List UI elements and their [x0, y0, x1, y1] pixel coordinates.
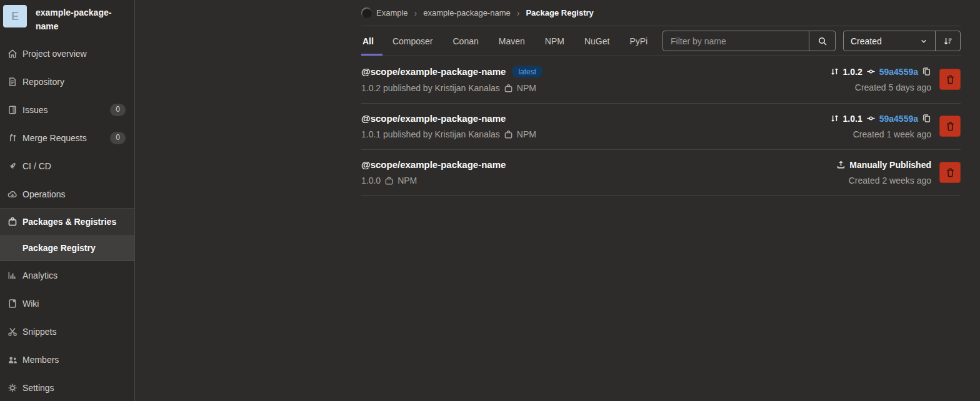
trash-icon [945, 121, 956, 132]
filter-by-name-input[interactable] [663, 31, 809, 51]
members-icon [8, 355, 18, 365]
package-type-label: NPM [517, 83, 536, 93]
sort-by-dropdown[interactable]: Created [844, 31, 935, 51]
sort-direction-button[interactable] [935, 31, 960, 51]
filter-input-group [662, 31, 836, 51]
package-icon [8, 217, 18, 227]
package-icon [504, 84, 513, 93]
breadcrumb-project-link[interactable]: example-package-name [423, 8, 510, 17]
tab-maven[interactable]: Maven [489, 26, 535, 56]
package-name-link[interactable]: @scope/example-package-name [361, 159, 506, 170]
sidebar-item-label: Members [22, 355, 59, 365]
copy-icon[interactable] [922, 114, 931, 123]
trash-icon [945, 74, 956, 85]
delete-package-button[interactable] [939, 69, 961, 90]
sidebar-item-operations[interactable]: Operations [0, 180, 134, 208]
breadcrumb-current-page: Package Registry [526, 8, 593, 17]
commit-icon [866, 114, 876, 123]
sidebar-item-label: Repository [22, 77, 64, 87]
commit-sha-link[interactable]: 59a4559a [879, 67, 918, 77]
trash-icon [945, 167, 956, 178]
breadcrumb-group-link[interactable]: Example [376, 8, 408, 17]
issues-count-badge: 0 [110, 104, 126, 116]
sidebar-item-label: Snippets [22, 327, 56, 337]
sidebar-item-label: Project overview [22, 49, 87, 59]
sidebar-item-label: Issues [22, 105, 48, 115]
home-icon [8, 49, 18, 59]
package-type-label: NPM [517, 129, 536, 139]
package-version: 1.0.2 [843, 67, 862, 77]
versions-icon [830, 114, 839, 123]
sidebar-item-wiki[interactable]: Wiki [0, 289, 134, 317]
upload-icon [836, 160, 846, 169]
copy-icon[interactable] [922, 67, 931, 76]
tab-composer[interactable]: Composer [382, 26, 443, 56]
sort-control-group: Created [843, 31, 961, 51]
package-type-tabs-row: All Composer Conan Maven NPM NuGet PyPi … [361, 26, 961, 56]
sidebar-item-repository[interactable]: Repository [0, 67, 134, 96]
versions-icon [830, 67, 839, 76]
sort-descending-icon [943, 36, 953, 46]
chevron-right-icon: › [517, 8, 520, 18]
main-content: Example › example-package-name › Package… [135, 0, 980, 196]
package-created-date: Created 1 week ago [853, 129, 931, 139]
package-row: @scope/example-package-name latest 1.0.2… [361, 56, 961, 104]
sidebar-item-snippets[interactable]: Snippets [0, 317, 134, 345]
tab-nuget[interactable]: NuGet [574, 26, 619, 56]
sidebar-item-ci-cd[interactable]: CI / CD [0, 152, 134, 180]
tab-conan[interactable]: Conan [442, 26, 488, 56]
sidebar-item-members[interactable]: Members [0, 345, 134, 374]
package-type-label: NPM [398, 176, 417, 186]
cloud-gear-icon [8, 189, 18, 199]
delete-package-button[interactable] [939, 116, 961, 137]
sidebar-nav: Project overview Repository Issues 0 Mer… [0, 39, 134, 401]
publish-method-label: Manually Published [849, 160, 931, 170]
package-created-date: Created 5 days ago [855, 82, 931, 92]
sidebar-item-label: Settings [22, 383, 54, 393]
sidebar-item-label: Package Registry [22, 243, 96, 253]
tab-all[interactable]: All [361, 26, 382, 56]
rocket-icon [8, 161, 18, 171]
package-list: @scope/example-package-name latest 1.0.2… [361, 56, 961, 196]
project-sidebar: E example-package-name Project overview … [0, 0, 135, 401]
package-publish-info: 1.0.2 published by Kristijan Kanalas [361, 83, 500, 93]
package-row: @scope/example-package-name 1.0.1 publis… [361, 104, 961, 150]
delete-package-button[interactable] [939, 162, 961, 183]
package-created-date: Created 2 weeks ago [849, 176, 931, 186]
package-name-link[interactable]: @scope/example-package-name [361, 113, 506, 124]
sidebar-item-merge-requests[interactable]: Merge Requests 0 [0, 124, 134, 152]
sidebar-item-analytics[interactable]: Analytics [0, 261, 134, 289]
package-row: @scope/example-package-name 1.0.0 NPM Ma… [361, 150, 961, 196]
breadcrumb: Example › example-package-name › Package… [361, 0, 961, 26]
sidebar-item-label: CI / CD [22, 161, 51, 171]
sidebar-item-settings[interactable]: Settings [0, 374, 134, 401]
merge-request-icon [8, 133, 18, 143]
project-header-link[interactable]: E example-package-name [0, 0, 134, 39]
sidebar-item-package-registry[interactable]: Package Registry [0, 235, 134, 261]
merge-requests-count-badge: 0 [110, 132, 126, 144]
sidebar-item-packages-registries[interactable]: Packages & Registries [0, 209, 134, 235]
latest-tag-badge: latest [512, 66, 542, 77]
sidebar-item-project-overview[interactable]: Project overview [0, 39, 134, 67]
package-icon [504, 130, 513, 139]
tab-npm[interactable]: NPM [535, 26, 574, 56]
package-publish-info: 1.0.1 published by Kristijan Kanalas [361, 129, 500, 139]
sidebar-item-issues[interactable]: Issues 0 [0, 96, 134, 124]
gear-icon [8, 383, 18, 393]
bar-chart-icon [8, 270, 18, 280]
project-name: example-package-name [36, 5, 128, 33]
sidebar-item-label: Analytics [22, 270, 58, 280]
chevron-right-icon: › [414, 8, 418, 18]
document-icon [8, 77, 18, 87]
sidebar-item-label: Packages & Registries [22, 217, 116, 227]
sidebar-item-label: Operations [22, 189, 65, 199]
tab-pypi[interactable]: PyPi [619, 26, 658, 56]
package-version: 1.0.1 [843, 114, 862, 124]
chevron-down-icon [919, 37, 928, 46]
package-name-link[interactable]: @scope/example-package-name [361, 66, 506, 77]
commit-icon [866, 67, 876, 76]
search-button[interactable] [809, 31, 835, 51]
sort-by-label: Created [851, 36, 882, 46]
commit-sha-link[interactable]: 59a4559a [879, 114, 918, 124]
search-icon [818, 36, 828, 46]
